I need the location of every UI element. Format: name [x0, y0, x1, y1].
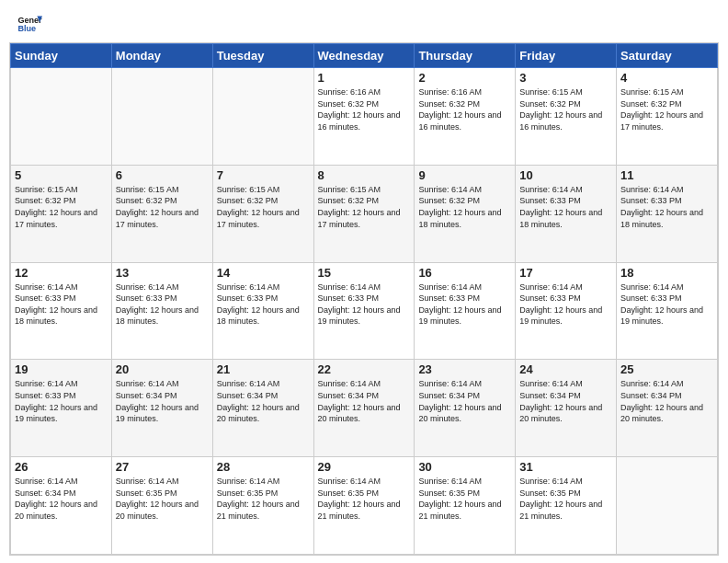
col-header-saturday: Saturday [617, 44, 718, 68]
calendar-cell: 26Sunrise: 6:14 AMSunset: 6:34 PMDayligh… [11, 457, 112, 555]
logo: General Blue [17, 11, 42, 37]
day-info: Sunrise: 6:15 AMSunset: 6:32 PMDaylight:… [620, 86, 713, 132]
day-number: 10 [519, 168, 612, 182]
day-info: Sunrise: 6:14 AMSunset: 6:35 PMDaylight:… [418, 476, 511, 522]
day-info: Sunrise: 6:14 AMSunset: 6:32 PMDaylight:… [418, 184, 511, 230]
day-number: 9 [418, 168, 511, 182]
day-number: 13 [116, 266, 209, 280]
col-header-thursday: Thursday [415, 44, 516, 68]
calendar-cell: 7Sunrise: 6:15 AMSunset: 6:32 PMDaylight… [212, 165, 313, 262]
day-info: Sunrise: 6:16 AMSunset: 6:32 PMDaylight:… [418, 86, 511, 132]
calendar-cell: 1Sunrise: 6:16 AMSunset: 6:32 PMDaylight… [313, 68, 415, 166]
day-number: 8 [318, 168, 411, 182]
day-number: 5 [15, 168, 108, 182]
calendar-cell: 23Sunrise: 6:14 AMSunset: 6:34 PMDayligh… [415, 360, 516, 457]
day-info: Sunrise: 6:15 AMSunset: 6:32 PMDaylight:… [318, 184, 411, 230]
day-number: 20 [116, 362, 209, 376]
day-info: Sunrise: 6:16 AMSunset: 6:32 PMDaylight:… [318, 86, 411, 132]
day-number: 15 [318, 266, 411, 280]
calendar-cell: 10Sunrise: 6:14 AMSunset: 6:33 PMDayligh… [516, 165, 617, 262]
day-number: 31 [519, 460, 612, 474]
calendar-cell: 8Sunrise: 6:15 AMSunset: 6:32 PMDaylight… [313, 165, 415, 262]
day-info: Sunrise: 6:14 AMSunset: 6:33 PMDaylight:… [318, 282, 411, 327]
day-number: 21 [217, 362, 310, 376]
calendar-cell [617, 457, 718, 555]
col-header-friday: Friday [516, 44, 617, 68]
calendar-cell: 30Sunrise: 6:14 AMSunset: 6:35 PMDayligh… [415, 457, 516, 555]
day-info: Sunrise: 6:14 AMSunset: 6:33 PMDaylight:… [15, 378, 108, 424]
calendar-cell: 29Sunrise: 6:14 AMSunset: 6:35 PMDayligh… [313, 457, 415, 555]
day-number: 1 [318, 71, 411, 85]
calendar-cell [111, 68, 212, 166]
calendar-cell: 6Sunrise: 6:15 AMSunset: 6:32 PMDaylight… [111, 165, 212, 262]
day-info: Sunrise: 6:14 AMSunset: 6:34 PMDaylight:… [519, 378, 612, 424]
calendar-cell: 27Sunrise: 6:14 AMSunset: 6:35 PMDayligh… [111, 457, 212, 555]
day-number: 19 [15, 362, 108, 376]
col-header-wednesday: Wednesday [313, 44, 415, 68]
day-number: 16 [418, 266, 511, 280]
day-number: 2 [418, 71, 511, 85]
day-number: 7 [217, 168, 310, 182]
calendar-cell: 13Sunrise: 6:14 AMSunset: 6:33 PMDayligh… [111, 262, 212, 360]
day-info: Sunrise: 6:14 AMSunset: 6:33 PMDaylight:… [15, 282, 108, 327]
day-number: 3 [519, 71, 612, 85]
day-number: 6 [116, 168, 209, 182]
day-info: Sunrise: 6:14 AMSunset: 6:35 PMDaylight:… [116, 476, 209, 522]
day-number: 23 [418, 362, 511, 376]
day-info: Sunrise: 6:15 AMSunset: 6:32 PMDaylight:… [217, 184, 310, 230]
day-number: 25 [620, 362, 713, 376]
calendar-cell: 9Sunrise: 6:14 AMSunset: 6:32 PMDaylight… [415, 165, 516, 262]
day-info: Sunrise: 6:14 AMSunset: 6:33 PMDaylight:… [418, 282, 511, 327]
calendar-cell: 15Sunrise: 6:14 AMSunset: 6:33 PMDayligh… [313, 262, 415, 360]
calendar-cell: 3Sunrise: 6:15 AMSunset: 6:32 PMDaylight… [516, 68, 617, 166]
day-number: 26 [15, 460, 108, 474]
day-number: 27 [116, 460, 209, 474]
day-number: 11 [620, 168, 713, 182]
calendar-cell: 14Sunrise: 6:14 AMSunset: 6:33 PMDayligh… [212, 262, 313, 360]
day-number: 12 [15, 266, 108, 280]
calendar: SundayMondayTuesdayWednesdayThursdayFrid… [9, 42, 719, 556]
day-number: 14 [217, 266, 310, 280]
calendar-cell: 24Sunrise: 6:14 AMSunset: 6:34 PMDayligh… [516, 360, 617, 457]
calendar-cell: 11Sunrise: 6:14 AMSunset: 6:33 PMDayligh… [617, 165, 718, 262]
day-info: Sunrise: 6:14 AMSunset: 6:34 PMDaylight:… [15, 476, 108, 522]
calendar-cell: 17Sunrise: 6:14 AMSunset: 6:33 PMDayligh… [516, 262, 617, 360]
calendar-cell: 2Sunrise: 6:16 AMSunset: 6:32 PMDaylight… [415, 68, 516, 166]
calendar-cell: 16Sunrise: 6:14 AMSunset: 6:33 PMDayligh… [415, 262, 516, 360]
day-info: Sunrise: 6:14 AMSunset: 6:35 PMDaylight:… [217, 476, 310, 522]
day-info: Sunrise: 6:15 AMSunset: 6:32 PMDaylight:… [519, 86, 612, 132]
calendar-cell: 21Sunrise: 6:14 AMSunset: 6:34 PMDayligh… [212, 360, 313, 457]
day-info: Sunrise: 6:14 AMSunset: 6:34 PMDaylight:… [620, 378, 713, 424]
calendar-cell: 25Sunrise: 6:14 AMSunset: 6:34 PMDayligh… [617, 360, 718, 457]
calendar-cell: 31Sunrise: 6:14 AMSunset: 6:35 PMDayligh… [516, 457, 617, 555]
calendar-cell: 12Sunrise: 6:14 AMSunset: 6:33 PMDayligh… [11, 262, 112, 360]
col-header-monday: Monday [111, 44, 212, 68]
calendar-cell: 18Sunrise: 6:14 AMSunset: 6:33 PMDayligh… [617, 262, 718, 360]
calendar-cell: 28Sunrise: 6:14 AMSunset: 6:35 PMDayligh… [212, 457, 313, 555]
calendar-cell: 20Sunrise: 6:14 AMSunset: 6:34 PMDayligh… [111, 360, 212, 457]
day-info: Sunrise: 6:15 AMSunset: 6:32 PMDaylight:… [15, 184, 108, 230]
day-info: Sunrise: 6:14 AMSunset: 6:34 PMDaylight:… [318, 378, 411, 424]
day-info: Sunrise: 6:14 AMSunset: 6:35 PMDaylight:… [519, 476, 612, 522]
day-number: 24 [519, 362, 612, 376]
day-number: 29 [318, 460, 411, 474]
col-header-sunday: Sunday [11, 44, 112, 68]
calendar-cell [212, 68, 313, 166]
day-number: 17 [519, 266, 612, 280]
calendar-cell: 22Sunrise: 6:14 AMSunset: 6:34 PMDayligh… [313, 360, 415, 457]
day-info: Sunrise: 6:14 AMSunset: 6:33 PMDaylight:… [217, 282, 310, 327]
day-number: 18 [620, 266, 713, 280]
day-info: Sunrise: 6:14 AMSunset: 6:33 PMDaylight:… [620, 282, 713, 327]
day-number: 30 [418, 460, 511, 474]
day-info: Sunrise: 6:14 AMSunset: 6:33 PMDaylight:… [519, 184, 612, 230]
logo-icon: General Blue [17, 11, 42, 37]
calendar-cell: 4Sunrise: 6:15 AMSunset: 6:32 PMDaylight… [617, 68, 718, 166]
day-number: 22 [318, 362, 411, 376]
day-info: Sunrise: 6:15 AMSunset: 6:32 PMDaylight:… [116, 184, 209, 230]
calendar-cell: 19Sunrise: 6:14 AMSunset: 6:33 PMDayligh… [11, 360, 112, 457]
day-info: Sunrise: 6:14 AMSunset: 6:34 PMDaylight:… [116, 378, 209, 424]
day-info: Sunrise: 6:14 AMSunset: 6:33 PMDaylight:… [519, 282, 612, 327]
calendar-cell: 5Sunrise: 6:15 AMSunset: 6:32 PMDaylight… [11, 165, 112, 262]
svg-text:Blue: Blue [17, 24, 36, 33]
calendar-page: General Blue SundayMondayTuesdayWednesda… [0, 0, 728, 563]
